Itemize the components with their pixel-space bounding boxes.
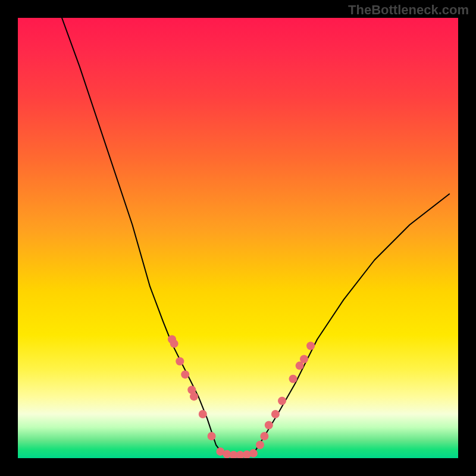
data-point bbox=[176, 357, 184, 365]
data-point bbox=[181, 370, 189, 378]
data-point bbox=[256, 441, 264, 449]
watermark-text: TheBottleneck.com bbox=[348, 2, 469, 18]
curve-layer bbox=[18, 18, 458, 458]
markers bbox=[168, 335, 315, 458]
chart-frame: TheBottleneck.com bbox=[0, 0, 476, 476]
data-point bbox=[265, 421, 273, 430]
data-point bbox=[190, 392, 198, 400]
plot-area bbox=[18, 18, 458, 458]
data-point bbox=[208, 432, 216, 440]
data-point bbox=[249, 449, 258, 458]
data-point bbox=[199, 410, 207, 418]
data-point bbox=[306, 342, 315, 350]
data-point bbox=[300, 355, 308, 364]
data-point bbox=[170, 340, 178, 348]
data-point bbox=[289, 375, 298, 383]
v-curve bbox=[62, 18, 449, 456]
v-curve-path bbox=[62, 18, 449, 456]
data-point bbox=[260, 432, 268, 440]
data-point bbox=[271, 410, 280, 418]
data-point bbox=[278, 397, 286, 405]
